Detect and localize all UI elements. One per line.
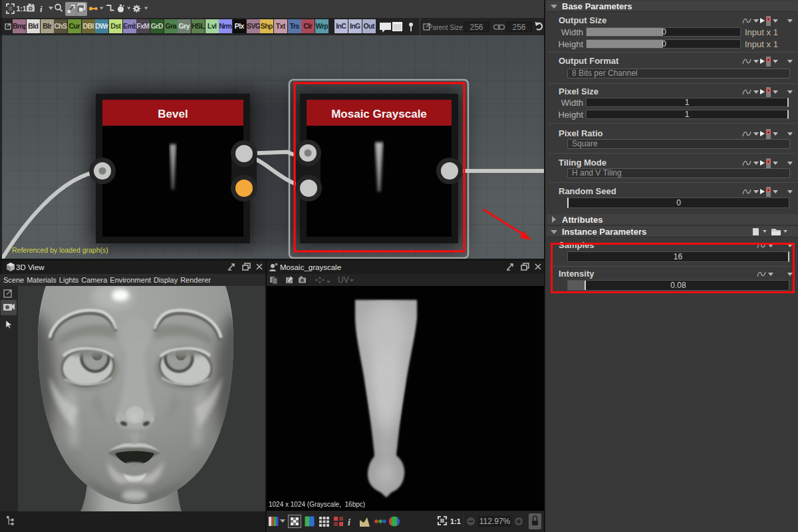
svg-text:Mosaic Grayscale: Mosaic Grayscale xyxy=(331,108,427,120)
svg-text:Bevel: Bevel xyxy=(158,108,188,120)
svg-text:112.97%: 112.97% xyxy=(479,517,511,526)
svg-text:i: i xyxy=(348,517,350,527)
svg-text:UV: UV xyxy=(338,275,349,285)
svg-text:1:1: 1:1 xyxy=(450,517,461,525)
svg-text:i: i xyxy=(40,4,43,14)
svg-text:1:1: 1:1 xyxy=(17,5,27,13)
